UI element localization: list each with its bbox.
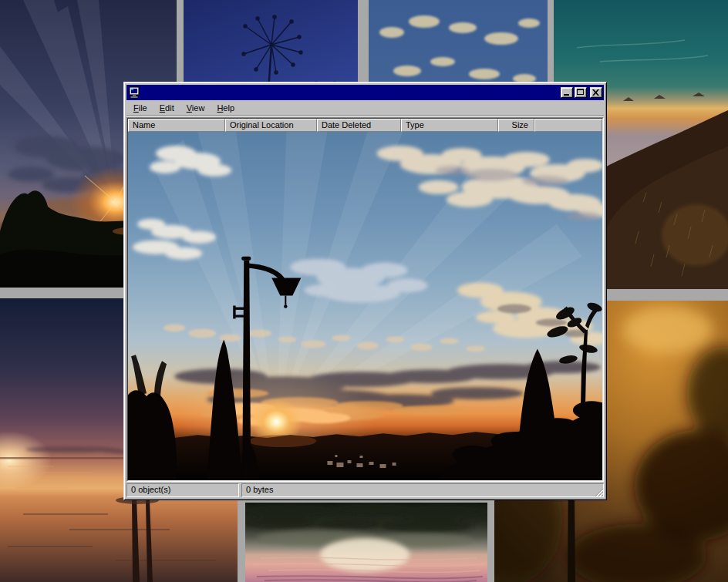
column-header-row: Name Original Location Date Deleted Type… (128, 119, 602, 132)
menu-view-accel: V (187, 103, 192, 113)
status-total-size: 0 bytes (241, 483, 604, 497)
menu-view[interactable]: View (180, 103, 211, 114)
menu-help-label: elp (223, 103, 234, 113)
listview: Name Original Location Date Deleted Type… (127, 118, 603, 481)
menu-edit-accel: E (160, 103, 165, 113)
computer-icon[interactable] (128, 86, 140, 99)
wallpaper-photo-water-reflection (245, 503, 487, 582)
menu-file-accel: F (133, 103, 139, 113)
column-header-original-location[interactable]: Original Location (225, 119, 317, 132)
resize-grip-icon[interactable] (594, 487, 603, 496)
minimize-icon (564, 94, 569, 96)
menu-view-label: iew (192, 103, 205, 113)
column-header-date-deleted[interactable]: Date Deleted (317, 119, 401, 132)
menu-help[interactable]: Help (211, 103, 241, 114)
minimize-button[interactable] (561, 87, 573, 98)
column-header-name[interactable]: Name (128, 119, 225, 132)
recycle-bin-window: File Edit View Help Name Original Locati… (123, 82, 607, 500)
column-header-size[interactable]: Size (498, 119, 534, 132)
window-titlebar[interactable] (126, 85, 604, 100)
status-bar: 0 object(s) 0 bytes (126, 483, 604, 497)
close-button[interactable] (590, 87, 602, 98)
status-object-count: 0 object(s) (126, 483, 239, 497)
menu-edit[interactable]: Edit (153, 103, 180, 114)
column-header-type[interactable]: Type (401, 119, 498, 132)
maximize-button[interactable] (575, 87, 587, 98)
sunset-lamp-photo (128, 132, 602, 480)
column-header-blank[interactable] (534, 119, 602, 132)
listview-frame: Name Original Location Date Deleted Type… (126, 117, 604, 482)
menu-edit-label: dit (165, 103, 174, 113)
menu-file-label: ile (139, 103, 147, 113)
menu-bar: File Edit View Help (126, 101, 604, 115)
water-reflection-image (245, 503, 487, 582)
menu-separator (126, 115, 604, 116)
maximize-icon (577, 89, 584, 95)
close-icon (592, 89, 599, 96)
list-viewport[interactable] (128, 132, 602, 480)
desktop: { "desktop": { "background_color": "#a8a… (0, 0, 728, 582)
menu-file[interactable]: File (127, 103, 153, 114)
